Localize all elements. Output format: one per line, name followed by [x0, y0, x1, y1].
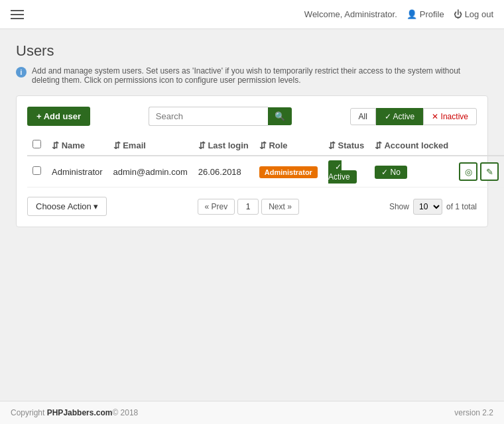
toolbar: + Add user 🔍 All ✓ Active ✕ Inactive: [27, 107, 477, 126]
filter-inactive-button[interactable]: ✕ Inactive: [423, 108, 477, 125]
sort-icon-lastlogin: ⇵: [198, 140, 206, 150]
row-last-login: 26.06.2018: [193, 156, 254, 187]
search-input[interactable]: [149, 107, 268, 126]
hamburger-icon[interactable]: [11, 10, 24, 19]
choose-action-button[interactable]: Choose Action ▾: [27, 197, 107, 216]
users-table: ⇵ Name ⇵ Email ⇵ Last login ⇵ Role: [27, 135, 504, 187]
row-role: Administrator: [254, 156, 323, 187]
info-text: Add and manage system users. Set users a…: [32, 66, 488, 85]
locked-badge: ✓ No: [375, 166, 407, 179]
page-input[interactable]: [237, 199, 259, 215]
sort-icon-name: ⇵: [52, 140, 59, 150]
sort-icon-email: ⇵: [113, 140, 121, 150]
info-icon: i: [16, 67, 27, 78]
filter-all-button[interactable]: All: [350, 108, 376, 125]
footer-brand-link[interactable]: PHPJabbers.com: [47, 408, 113, 417]
users-panel: + Add user 🔍 All ✓ Active ✕ Inactive ⇵: [16, 95, 488, 227]
pagination: « Prev Next »: [198, 199, 299, 215]
table-header-row: ⇵ Name ⇵ Email ⇵ Last login ⇵ Role: [27, 135, 504, 156]
col-name: ⇵ Name: [46, 135, 108, 156]
prev-button[interactable]: « Prev: [198, 199, 235, 215]
bottom-bar: Choose Action ▾ « Prev Next » Show 10 25…: [27, 197, 477, 216]
col-email: ⇵ Email: [108, 135, 193, 156]
filter-active-button[interactable]: ✓ Active: [376, 108, 423, 125]
col-last-login: ⇵ Last login: [193, 135, 254, 156]
show-label: Show: [389, 202, 409, 211]
row-email: admin@admin.com: [108, 156, 193, 187]
row-checkbox[interactable]: [32, 166, 41, 175]
col-actions: [454, 135, 504, 156]
select-all-header: [27, 135, 46, 156]
page-title: Users: [16, 42, 488, 60]
next-button[interactable]: Next »: [261, 199, 299, 215]
logout-link[interactable]: ⏻ Log out: [454, 9, 493, 19]
nav-right: Welcome, Administrator. 👤 Profile ⏻ Log …: [304, 9, 493, 19]
logout-icon: ⏻: [454, 9, 462, 19]
select-all-checkbox[interactable]: [32, 140, 41, 148]
search-area: 🔍: [149, 107, 292, 126]
nav-left: [11, 10, 24, 19]
footer-version: version 2.2: [454, 408, 493, 417]
row-name: Administrator: [46, 156, 108, 187]
row-account-locked: ✓ No: [369, 156, 454, 187]
sort-icon-status: ⇵: [328, 140, 336, 150]
col-role: ⇵ Role: [254, 135, 323, 156]
sort-icon-locked: ⇵: [375, 140, 382, 150]
col-account-locked: ⇵ Account locked: [369, 135, 454, 156]
info-box: i Add and manage system users. Set users…: [16, 66, 488, 85]
status-badge: ✓ Active: [328, 160, 357, 184]
topnav: Welcome, Administrator. 👤 Profile ⏻ Log …: [0, 0, 504, 29]
search-button[interactable]: 🔍: [268, 107, 292, 125]
add-user-button[interactable]: + Add user: [27, 107, 90, 126]
welcome-text: Welcome, Administrator.: [304, 9, 397, 19]
table-row: Administrator admin@admin.com 26.06.2018…: [27, 156, 504, 187]
main-content: Users i Add and manage system users. Set…: [0, 29, 504, 401]
action-buttons: ◎ ✎: [459, 162, 499, 181]
profile-icon: 👤: [407, 9, 417, 19]
per-page-select[interactable]: 10 25 50: [413, 199, 442, 215]
row-checkbox-cell: [27, 156, 46, 187]
filter-buttons: All ✓ Active ✕ Inactive: [350, 108, 477, 125]
sort-icon-role: ⇵: [259, 140, 267, 150]
role-badge: Administrator: [259, 166, 318, 178]
permissions-button[interactable]: ◎: [459, 162, 477, 181]
profile-link[interactable]: 👤 Profile: [407, 9, 444, 19]
show-count: Show 10 25 50 of 1 total: [389, 199, 477, 215]
footer: Copyright PHPJabbers.com© 2018 version 2…: [0, 401, 504, 424]
edit-button[interactable]: ✎: [480, 162, 499, 181]
col-status: ⇵ Status: [323, 135, 369, 156]
footer-copyright: Copyright PHPJabbers.com© 2018: [11, 408, 138, 417]
row-status: ✓ Active: [323, 156, 369, 187]
total-label: of 1 total: [446, 202, 477, 211]
row-actions: ◎ ✎: [454, 156, 504, 187]
